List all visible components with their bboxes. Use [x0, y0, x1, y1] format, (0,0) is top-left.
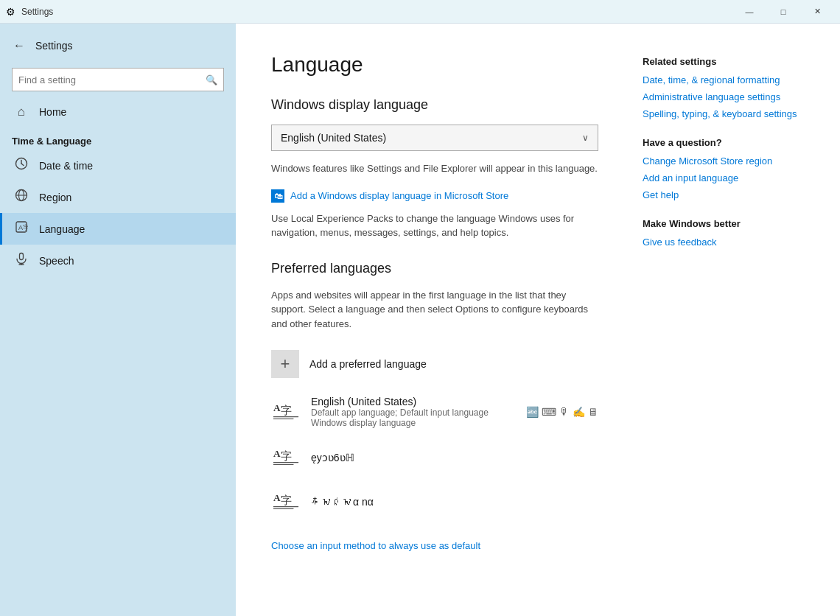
content-right: Related settings Date, time, & regional … — [643, 53, 805, 587]
preferred-languages-title: Preferred languages — [271, 261, 598, 276]
svg-rect-8 — [20, 253, 24, 260]
page-title: Language — [271, 53, 598, 77]
administrative-language-link[interactable]: Administrative language settings — [643, 91, 805, 102]
sidebar-item-language[interactable]: A字 Language — [0, 213, 236, 245]
sidebar-item-label-date-time: Date & time — [39, 160, 93, 172]
language-dropdown[interactable]: English (United States) ∨ — [271, 125, 598, 151]
related-settings-title: Related settings — [643, 56, 805, 67]
app-body: ← Settings 🔍 ⌂ Home Time & Language Date… — [0, 24, 840, 616]
close-button[interactable]: ✕ — [800, 0, 834, 24]
sidebar-item-label-language: Language — [39, 223, 85, 235]
clock-icon — [14, 157, 29, 174]
language-item-name-3: ᡮᠠᡬᠠα nα — [311, 496, 598, 508]
get-help-link[interactable]: Get help — [643, 189, 805, 200]
sidebar-item-label-speech: Speech — [39, 255, 74, 267]
list-item[interactable]: A 字 English (United States) Default app … — [271, 390, 598, 434]
sidebar-app-title: Settings — [35, 40, 73, 52]
language-icon: A字 — [14, 220, 29, 237]
sidebar-nav-top: ← Settings — [0, 29, 236, 62]
language-item-info-2: ęyɔʋ6ʋℍ — [311, 452, 598, 463]
default-input-method-link[interactable]: Choose an input method to always use as … — [271, 540, 480, 551]
preferred-languages-description: Apps and websites will appear in the fir… — [271, 288, 598, 332]
language-item-icon-2: A 字 — [271, 443, 301, 472]
language-item-info-3: ᡮᠠᡬᠠα nα — [311, 496, 598, 508]
add-preferred-language-button[interactable]: + Add a preferred language — [271, 344, 598, 384]
change-microsoft-store-region-link[interactable]: Change Microsoft Store region — [643, 155, 805, 167]
titlebar-controls: — □ ✕ — [732, 0, 834, 24]
minimize-button[interactable]: — — [732, 0, 766, 24]
language-dropdown-value: English (United States) — [281, 132, 386, 144]
spelling-typing-keyboard-link[interactable]: Spelling, typing, & keyboard settings — [643, 108, 805, 119]
plus-icon: + — [271, 350, 299, 378]
sidebar-item-region[interactable]: Region — [0, 181, 236, 213]
language-item-badges: 🔤 ⌨ 🎙 ✍ 🖥 — [526, 406, 598, 418]
settings-icon: ⚙ — [6, 6, 15, 18]
sidebar-item-home[interactable]: ⌂ Home — [0, 97, 236, 127]
font-badge-icon: 🔤 — [526, 406, 539, 418]
home-icon: ⌂ — [14, 105, 29, 119]
svg-line-2 — [21, 164, 24, 166]
speech-icon — [14, 252, 29, 269]
sidebar-item-label-region: Region — [39, 192, 71, 203]
list-item[interactable]: A 字 ęyɔʋ6ʋℍ — [271, 437, 598, 478]
add-store-link[interactable]: 🛍 Add a Windows display language in Micr… — [271, 189, 598, 203]
svg-text:字: 字 — [281, 494, 292, 506]
add-store-link-label: Add a Windows display language in Micros… — [290, 190, 508, 201]
add-preferred-language-label: Add a preferred language — [309, 358, 427, 370]
sidebar-item-speech[interactable]: Speech — [0, 245, 236, 276]
search-icon: 🔍 — [206, 74, 217, 85]
keyboard-badge-icon: ⌨ — [542, 406, 556, 418]
sidebar-section-label: Time & Language — [0, 127, 236, 150]
sidebar-item-date-time[interactable]: Date & time — [0, 150, 236, 181]
have-question-title: Have a question? — [643, 137, 805, 148]
svg-text:A: A — [273, 492, 281, 503]
svg-text:A: A — [273, 402, 281, 413]
language-item-info: English (United States) Default app lang… — [311, 396, 516, 428]
sidebar-search-box[interactable]: 🔍 — [12, 68, 224, 91]
svg-text:字: 字 — [281, 449, 292, 462]
handwriting-badge-icon: ✍ — [573, 406, 585, 418]
mic-badge-icon: 🎙 — [559, 406, 570, 418]
titlebar-title: Settings — [21, 7, 53, 17]
store-icon: 🛍 — [271, 189, 284, 203]
search-input[interactable] — [18, 74, 206, 85]
sidebar: ← Settings 🔍 ⌂ Home Time & Language Date… — [0, 24, 236, 616]
svg-text:A: A — [273, 448, 281, 459]
svg-text:A字: A字 — [18, 224, 28, 231]
give-feedback-link[interactable]: Give us feedback — [643, 237, 805, 248]
store-description: Use Local Experience Packs to change the… — [271, 211, 598, 240]
maximize-button[interactable]: □ — [766, 0, 800, 24]
language-item-subtext: Default app language; Default input lang… — [311, 407, 516, 428]
sidebar-item-label-home: Home — [39, 106, 66, 118]
make-windows-better-title: Make Windows better — [643, 218, 805, 229]
titlebar-left: ⚙ Settings — [6, 6, 53, 18]
chevron-down-icon: ∨ — [582, 133, 589, 143]
language-item-icon-3: A 字 — [271, 487, 301, 517]
language-item-icon: A 字 — [271, 397, 301, 427]
back-button[interactable]: ← — [9, 35, 29, 56]
windows-display-language-title: Windows display language — [271, 97, 598, 113]
region-icon — [14, 189, 29, 206]
svg-text:字: 字 — [281, 404, 292, 416]
language-item-name-2: ęyɔʋ6ʋℍ — [311, 452, 598, 463]
language-item-name: English (United States) — [311, 396, 516, 407]
main-content: Language Windows display language Englis… — [236, 24, 840, 616]
add-input-language-link[interactable]: Add an input language — [643, 172, 805, 183]
list-item[interactable]: A 字 ᡮᠠᡬᠠα nα — [271, 481, 598, 522]
date-time-regional-link[interactable]: Date, time, & regional formatting — [643, 74, 805, 85]
display-badge-icon: 🖥 — [588, 406, 598, 418]
titlebar: ⚙ Settings — □ ✕ — [0, 0, 840, 24]
display-language-description: Windows features like Settings and File … — [271, 161, 598, 176]
content-left: Language Windows display language Englis… — [271, 53, 598, 587]
